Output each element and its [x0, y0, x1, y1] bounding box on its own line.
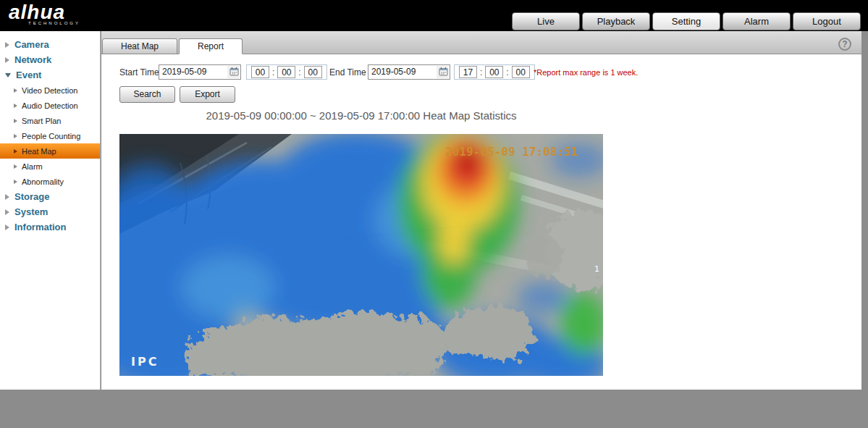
search-button[interactable]: Search — [119, 86, 175, 103]
sidebar-item-network[interactable]: Network — [0, 52, 100, 67]
chevron-right-icon — [5, 225, 9, 230]
top-bar: alhua TECHNOLOGY Live Playback Setting A… — [0, 0, 868, 31]
sidebar: Camera Network Event Video Detection Aud… — [0, 31, 101, 390]
calendar-icon — [229, 67, 239, 76]
nav-button-setting[interactable]: Setting — [652, 12, 720, 30]
sidebar-item-label: Video Detection — [22, 86, 77, 95]
sidebar-item-system[interactable]: System — [0, 204, 100, 219]
sidebar-item-smart-plan[interactable]: Smart Plan — [0, 113, 100, 128]
chevron-right-icon — [14, 119, 17, 123]
chevron-right-icon — [5, 209, 9, 215]
dahua-logo: alhua TECHNOLOGY — [9, 1, 80, 25]
sidebar-item-label: System — [14, 206, 48, 217]
sidebar-item-label: Heat Map — [22, 147, 56, 156]
sidebar-item-camera[interactable]: Camera — [0, 37, 100, 52]
help-icon[interactable]: ? — [838, 38, 851, 51]
sidebar-item-label: Smart Plan — [22, 117, 61, 125]
chevron-right-icon — [14, 164, 17, 169]
start-time-label: Start Time — [119, 67, 159, 77]
sidebar-item-label: Network — [14, 54, 51, 65]
start-date-input[interactable] — [159, 65, 224, 78]
end-second-input[interactable] — [512, 66, 530, 78]
chevron-right-icon — [14, 180, 17, 184]
sidebar-item-label: Event — [16, 70, 41, 80]
sidebar-item-people-counting[interactable]: People Counting — [0, 128, 100, 143]
end-date-field — [368, 64, 450, 80]
tab-heat-map[interactable]: Heat Map — [102, 38, 177, 54]
tab-strip: Heat Map Report — [101, 31, 861, 54]
start-time-group: : : — [246, 64, 327, 80]
end-time-label: End Time — [329, 67, 366, 77]
time-separator: : — [272, 67, 274, 77]
main-panel: Camera Network Event Video Detection Aud… — [0, 31, 861, 390]
nav-button-alarm[interactable]: Alarm — [722, 12, 791, 30]
heatmap-image: 2019-05-09 17:08:51 IPC 1 — [119, 134, 603, 376]
chevron-down-icon — [5, 73, 11, 77]
end-hour-input[interactable] — [459, 66, 477, 78]
chevron-right-icon — [14, 149, 17, 154]
end-time-group: : : — [454, 64, 535, 80]
sidebar-item-heat-map[interactable]: Heat Map — [0, 143, 100, 159]
chevron-right-icon — [5, 42, 9, 48]
chevron-right-icon — [14, 104, 17, 108]
sidebar-item-label: Alarm — [22, 162, 43, 171]
sidebar-item-label: Information — [14, 222, 67, 232]
sidebar-item-label: Camera — [14, 39, 49, 50]
sidebar-item-event[interactable]: Event — [0, 67, 100, 83]
sidebar-item-label: People Counting — [22, 132, 80, 140]
sidebar-item-audio-detection[interactable]: Audio Detection — [0, 98, 100, 113]
nav-button-playback[interactable]: Playback — [582, 12, 650, 30]
export-button[interactable]: Export — [180, 86, 235, 103]
end-date-input[interactable] — [368, 65, 434, 78]
sidebar-item-label: Audio Detection — [22, 101, 78, 110]
start-date-field — [159, 64, 241, 80]
content-area: Heat Map Report ? Start Time — [101, 31, 861, 390]
filter-row: Start Time : — [119, 64, 854, 82]
sidebar-item-label: Abnormality — [22, 177, 64, 186]
start-second-input[interactable] — [304, 66, 322, 78]
start-minute-input[interactable] — [277, 66, 295, 78]
osd-timestamp: 2019-05-09 17:08:51 — [445, 145, 578, 159]
report-title: 2019-05-09 00:00:00 ~ 2019-05-09 17:00:0… — [119, 109, 603, 122]
sidebar-item-information[interactable]: Information — [0, 219, 100, 235]
chevron-right-icon — [5, 57, 9, 63]
calendar-icon — [439, 67, 448, 76]
osd-camera-label: IPC — [131, 355, 159, 369]
max-range-note: *Report max range is 1 week. — [534, 68, 638, 77]
time-separator: : — [506, 67, 508, 77]
nav-button-live[interactable]: Live — [512, 12, 580, 30]
dahua-logo-text: alhua — [9, 1, 80, 23]
chevron-right-icon — [14, 134, 17, 138]
heatmap-svg: 2019-05-09 17:08:51 IPC 1 — [119, 134, 603, 376]
sidebar-item-storage[interactable]: Storage — [0, 189, 100, 204]
sidebar-item-label: Storage — [14, 191, 49, 202]
sidebar-item-video-detection[interactable]: Video Detection — [0, 83, 100, 98]
time-separator: : — [480, 67, 482, 77]
nav-button-logout[interactable]: Logout — [793, 12, 861, 30]
end-calendar-button[interactable] — [437, 66, 449, 78]
report-page: Start Time : — [101, 54, 861, 390]
sidebar-item-alarm[interactable]: Alarm — [0, 159, 100, 174]
end-minute-input[interactable] — [485, 66, 503, 78]
chevron-right-icon — [14, 88, 17, 93]
sidebar-item-abnormality[interactable]: Abnormality — [0, 174, 100, 189]
time-separator: : — [298, 67, 300, 77]
tab-report[interactable]: Report — [179, 38, 243, 54]
start-calendar-button[interactable] — [227, 66, 240, 78]
chevron-right-icon — [5, 194, 9, 200]
dahua-logo-tagline: TECHNOLOGY — [28, 21, 80, 25]
start-hour-input[interactable] — [251, 66, 269, 78]
osd-side-label: 1 — [594, 264, 599, 274]
main-nav: Live Playback Setting Alarm Logout — [512, 12, 861, 30]
